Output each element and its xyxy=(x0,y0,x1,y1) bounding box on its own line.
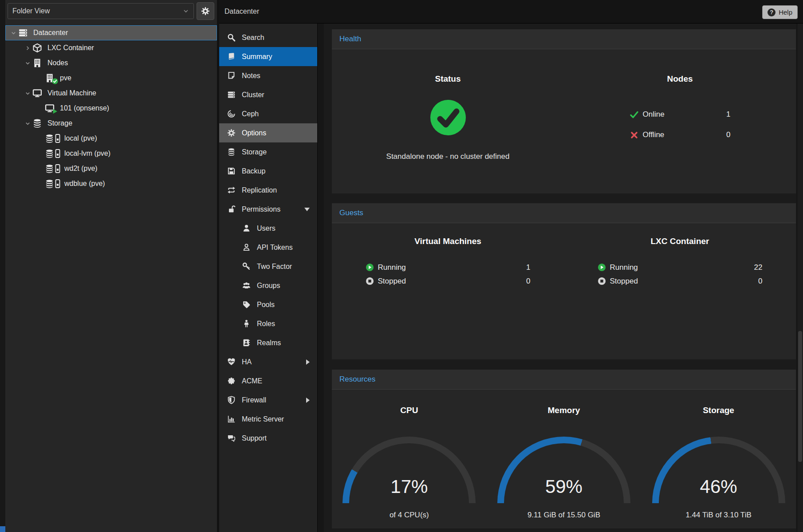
storage-sub-label: 1.44 TiB of 3.10 TiB xyxy=(685,511,751,520)
bar-chart-icon xyxy=(227,414,236,424)
shield-icon xyxy=(227,395,236,405)
tree-item-storage-wd2t[interactable]: wd2t (pve) xyxy=(5,161,217,176)
resource-tree: Datacenter LXC Container Nodes pve Virtu… xyxy=(5,25,217,191)
book-icon xyxy=(227,52,236,61)
expand-arrow-icon[interactable] xyxy=(306,359,310,365)
storage-disk-icon xyxy=(45,134,61,143)
nav-item-search[interactable]: Search xyxy=(219,28,317,47)
nav-item-storage[interactable]: Storage xyxy=(219,142,317,162)
tree-item-pve[interactable]: pve xyxy=(5,71,217,86)
nav-item-firewall[interactable]: Firewall xyxy=(219,390,317,410)
nav-item-summary[interactable]: Summary xyxy=(219,47,317,66)
lxc-running-label: Running xyxy=(610,263,638,272)
nodes-online-row: Online 1 xyxy=(630,104,731,125)
vm-stopped-row: Stopped 0 xyxy=(366,274,531,288)
vertical-scrollbar[interactable] xyxy=(797,24,803,532)
nav-item-permissions[interactable]: Permissions xyxy=(219,200,317,219)
nav-item-users[interactable]: Users xyxy=(219,219,317,238)
resources-panel: Resources CPU 17% of 4 CPU(s) Memory 59%… xyxy=(332,370,796,528)
lxc-running-row: Running 22 xyxy=(598,260,763,274)
cross-icon xyxy=(630,130,639,140)
help-button[interactable]: ? Help xyxy=(762,5,798,19)
database-icon xyxy=(227,147,236,157)
cpu-gauge: 17% xyxy=(342,437,476,504)
address-book-icon xyxy=(242,338,251,347)
nodes-heading: Nodes xyxy=(667,74,693,84)
chevron-right-icon[interactable] xyxy=(23,45,32,51)
storage-disk-icon xyxy=(45,149,61,158)
vm-heading: Virtual Machines xyxy=(414,236,481,246)
tree-item-storage-local[interactable]: local (pve) xyxy=(5,131,217,146)
content-header-bar: Datacenter ? Help xyxy=(219,0,803,24)
user-icon xyxy=(242,224,251,233)
memory-sub-label: 9.11 GiB of 15.50 GiB xyxy=(527,511,600,520)
nav-item-realms[interactable]: Realms xyxy=(219,333,317,352)
nav-item-pools[interactable]: Pools xyxy=(219,295,317,314)
status-heading: Status xyxy=(435,74,461,84)
replication-arrows-icon xyxy=(227,185,236,195)
expand-arrow-icon[interactable] xyxy=(306,398,310,403)
nav-item-two-factor[interactable]: Two Factor xyxy=(219,257,317,276)
nav-item-roles[interactable]: Roles xyxy=(219,314,317,333)
view-selector[interactable]: Folder View xyxy=(8,3,194,19)
nav-item-options[interactable]: Options xyxy=(219,123,317,142)
health-panel: Health Status Standalone node - no clust… xyxy=(332,29,796,193)
guests-panel: Guests Virtual Machines Running 1 Stoppe… xyxy=(332,203,796,359)
nav-item-backup[interactable]: Backup xyxy=(219,162,317,181)
chevron-down-icon[interactable] xyxy=(8,30,18,36)
tree-item-storage-local-lvm[interactable]: local-lvm (pve) xyxy=(5,146,217,161)
tree-settings-button[interactable] xyxy=(197,2,214,20)
scrollbar-thumb[interactable] xyxy=(798,331,802,462)
nav-item-cluster[interactable]: Cluster xyxy=(219,85,317,104)
server-stack-icon xyxy=(227,90,236,99)
building-icon xyxy=(32,58,44,68)
storage-disk-icon xyxy=(45,164,61,173)
chevron-down-icon[interactable] xyxy=(23,60,32,66)
offline-value: 0 xyxy=(726,130,730,139)
guests-panel-title: Guests xyxy=(332,203,796,223)
tree-item-datacenter[interactable]: Datacenter xyxy=(5,25,217,40)
ceph-icon xyxy=(227,109,236,118)
floppy-icon xyxy=(227,166,236,176)
nav-item-ceph[interactable]: Ceph xyxy=(219,104,317,123)
window-gutter xyxy=(0,0,5,532)
view-selector-value: Folder View xyxy=(12,7,183,15)
tree-item-lxc-container[interactable]: LXC Container xyxy=(5,40,217,55)
nav-item-metric-server[interactable]: Metric Server xyxy=(219,410,317,429)
storage-percent: 46% xyxy=(652,476,785,497)
nav-item-acme[interactable]: ACME xyxy=(219,371,317,390)
nav-item-notes[interactable]: Notes xyxy=(219,66,317,85)
tree-item-vm-101[interactable]: 101 (opnsense) xyxy=(5,101,217,116)
nodes-offline-row: Offline 0 xyxy=(630,125,731,145)
nav-item-ha[interactable]: HA xyxy=(219,352,317,371)
online-label: Online xyxy=(643,110,665,119)
help-button-label: Help xyxy=(779,8,792,16)
gear-icon xyxy=(227,128,236,138)
memory-heading: Memory xyxy=(548,406,580,415)
nav-item-api-tokens[interactable]: API Tokens xyxy=(219,238,317,257)
tree-toolbar: Folder View xyxy=(5,0,217,22)
resource-tree-panel: Folder View Datacenter LXC Container Nod… xyxy=(5,0,219,532)
vm-stats: Running 1 Stopped 0 xyxy=(366,260,531,288)
heartbeat-icon xyxy=(227,357,236,366)
nav-item-groups[interactable]: Groups xyxy=(219,276,317,295)
tree-item-storage-wdblue[interactable]: wdblue (pve) xyxy=(5,176,217,191)
nav-item-replication[interactable]: Replication xyxy=(219,181,317,200)
nodes-stats: Online 1 Offline 0 xyxy=(630,104,731,145)
tree-item-storage[interactable]: Storage xyxy=(5,116,217,131)
monitor-icon xyxy=(32,88,44,98)
chevron-down-icon[interactable] xyxy=(23,121,32,126)
vm-running-label: Running xyxy=(378,263,406,272)
tree-item-nodes[interactable]: Nodes xyxy=(5,55,217,71)
search-icon xyxy=(227,33,236,42)
collapse-arrow-icon[interactable] xyxy=(304,208,310,211)
storage-gauge: 46% xyxy=(652,437,785,504)
nav-item-support[interactable]: Support xyxy=(219,429,317,448)
storage-heading: Storage xyxy=(703,406,734,415)
running-play-badge-icon xyxy=(52,108,58,114)
lxc-running-value: 22 xyxy=(754,263,763,272)
chevron-down-icon[interactable] xyxy=(23,91,32,96)
offline-label: Offline xyxy=(643,130,665,139)
tree-item-virtual-machine[interactable]: Virtual Machine xyxy=(5,86,217,101)
vm-running-value: 1 xyxy=(526,263,530,272)
